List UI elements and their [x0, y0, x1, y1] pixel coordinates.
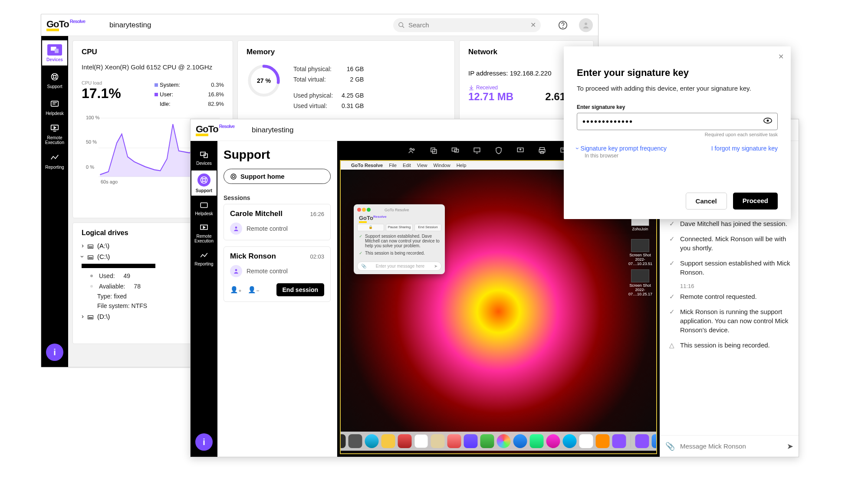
- svg-point-59: [767, 120, 769, 122]
- popup-line: Support session established. Dave Mitche…: [365, 234, 440, 248]
- memory-donut: 27 %: [247, 63, 281, 98]
- field-hint: Required upon each sensitive task: [577, 132, 778, 137]
- chat-input-row: 📎 ➤: [660, 435, 799, 457]
- legend-label: Idle:: [160, 101, 171, 107]
- sidebar-item-helpdesk[interactable]: Helpdesk: [42, 94, 67, 119]
- menu-item[interactable]: GoTo Resolve: [351, 163, 383, 168]
- drive-usage-bar: [82, 264, 155, 268]
- desktop-file[interactable]: Screen Shot2022-07....10.25.17: [628, 269, 652, 296]
- avatar-icon: [230, 223, 242, 235]
- signature-key-dialog: ✕ Enter your signature key To proceed wi…: [564, 46, 791, 219]
- chat-event: ✓Connected. Mick Ronson will be with you…: [668, 234, 791, 252]
- search-input[interactable]: [408, 21, 527, 29]
- chat-input[interactable]: [680, 442, 782, 450]
- svg-point-4: [585, 23, 587, 25]
- sidebar-item-support[interactable]: Support: [191, 170, 217, 196]
- avatar[interactable]: [579, 18, 593, 32]
- svg-point-42: [412, 149, 414, 151]
- session-name: Mick Ronson: [230, 252, 276, 261]
- cancel-button[interactable]: Cancel: [686, 193, 727, 210]
- chart-line-icon: [198, 251, 210, 260]
- sidebar-item-devices[interactable]: Devices: [42, 40, 67, 66]
- monitors-icon[interactable]: [450, 146, 460, 155]
- sidebar-item-reporting[interactable]: Reporting: [42, 148, 67, 173]
- attach-icon[interactable]: 📎: [665, 442, 675, 451]
- sidebar-item-remote-exec[interactable]: Remote Execution: [42, 121, 67, 146]
- svg-point-39: [235, 226, 237, 229]
- info-button[interactable]: i: [195, 433, 213, 451]
- close-icon[interactable]: ✕: [778, 52, 784, 61]
- popup-tab-lock[interactable]: 🔒: [357, 224, 384, 231]
- breadcrumb[interactable]: binarytesting: [109, 21, 151, 29]
- sidebar-item-label: Support: [196, 188, 212, 193]
- desktop-file[interactable]: Screen Shot2022-07....10.23.51: [628, 239, 652, 266]
- svg-marker-18: [54, 127, 56, 129]
- proceed-button[interactable]: Proceed: [733, 193, 778, 210]
- sidebar-item-label: Helpdesk: [195, 211, 213, 216]
- sessions-label: Sessions: [224, 194, 331, 201]
- received-label: Received: [476, 85, 498, 91]
- menu-item[interactable]: View: [417, 163, 427, 168]
- send-icon[interactable]: ➤: [787, 442, 793, 451]
- support-home-button[interactable]: Support home: [224, 169, 331, 184]
- legend-value: 16.8%: [208, 90, 224, 99]
- menu-item[interactable]: File: [389, 163, 397, 168]
- screen-share-icon[interactable]: [516, 146, 525, 155]
- mem-val: 16 GB: [342, 64, 364, 74]
- session-card-active[interactable]: Mick Ronson 02:03 Remote control 👤₊ 👤₋ E…: [224, 246, 331, 302]
- mac-dock[interactable]: [340, 432, 657, 451]
- svg-point-3: [563, 27, 563, 28]
- sidebar-item-label: Helpdesk: [46, 111, 64, 116]
- svg-point-38: [232, 175, 234, 177]
- freq-link[interactable]: › Signature key prompt frequency: [577, 145, 667, 152]
- search-field[interactable]: ✕: [393, 18, 541, 32]
- help-icon[interactable]: [556, 19, 569, 32]
- signature-key-input[interactable]: [582, 117, 763, 127]
- remove-user-icon[interactable]: 👤₋: [248, 286, 260, 294]
- printer-icon[interactable]: [537, 146, 547, 155]
- warn-icon: △: [668, 341, 676, 350]
- sidebar-item-label: Remote Execution: [42, 135, 67, 145]
- display-icon[interactable]: [472, 146, 482, 155]
- page-title: Support: [224, 148, 331, 162]
- legend-value: 0.3%: [211, 80, 224, 90]
- menu-item[interactable]: Help: [457, 163, 467, 168]
- sidebar-item-support[interactable]: Support: [42, 67, 67, 92]
- session-card[interactable]: Carole Mitchell 16:26 Remote control: [224, 204, 331, 240]
- signature-key-field[interactable]: [577, 113, 778, 130]
- svg-point-40: [235, 269, 237, 271]
- support-panel: Support Support home Sessions Carole Mit…: [217, 141, 337, 457]
- sidebar-item-devices[interactable]: Devices: [191, 145, 217, 170]
- topbar-back: GoToResolve binarytesting ✕: [41, 14, 598, 36]
- popup-input[interactable]: 📎Enter your message here➤: [357, 262, 441, 271]
- logo-to: To: [59, 20, 69, 28]
- copy-icon[interactable]: [429, 146, 438, 155]
- svg-line-9: [52, 74, 53, 75]
- shield-icon[interactable]: [494, 146, 503, 155]
- monitor-play-icon: [198, 223, 210, 232]
- svg-rect-6: [55, 49, 59, 53]
- forgot-link[interactable]: I forgot my signature key: [711, 145, 778, 152]
- eye-icon[interactable]: [763, 118, 772, 125]
- button-label: Support home: [240, 173, 285, 180]
- goto-agent-popup: GoTo Resolve GoToResolve 🔒 Pause Sharing…: [354, 204, 445, 274]
- add-user-icon[interactable]: 👤₊: [230, 286, 242, 294]
- sidebar-item-label: Reporting: [194, 262, 213, 266]
- cpu-load-value: 17.1%: [82, 85, 121, 102]
- sidebar-item-reporting[interactable]: Reporting: [191, 246, 217, 271]
- session-time: 02:03: [310, 253, 324, 260]
- cpu-model: Intel(R) Xeon(R) Gold 6152 CPU @ 2.10GHz: [82, 63, 224, 71]
- clear-icon[interactable]: ✕: [530, 21, 536, 29]
- sidebar-item-remote-exec[interactable]: Remote Execution: [191, 221, 217, 246]
- breadcrumb[interactable]: binarytesting: [252, 126, 293, 134]
- menu-item[interactable]: Edit: [403, 163, 411, 168]
- popup-tab-end[interactable]: End Session: [414, 224, 441, 231]
- sidebar-item-helpdesk[interactable]: Helpdesk: [191, 196, 217, 221]
- end-session-button[interactable]: End session: [276, 283, 324, 296]
- svg-line-30: [201, 177, 203, 179]
- people-icon[interactable]: [407, 146, 417, 155]
- drive-label: (C:\): [97, 253, 110, 260]
- popup-tab-pause[interactable]: Pause Sharing: [386, 224, 413, 231]
- info-button[interactable]: i: [46, 344, 63, 361]
- menu-item[interactable]: Window: [434, 163, 450, 168]
